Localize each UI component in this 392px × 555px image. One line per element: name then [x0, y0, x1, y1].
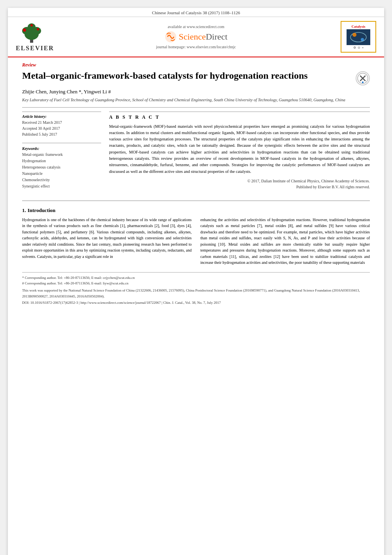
svg-point-6: [30, 24, 33, 27]
section1-number: 1.: [22, 207, 26, 213]
svg-point-14: [362, 81, 364, 83]
svg-point-7: [37, 28, 39, 30]
available-text: available at www.sciencedirect.com: [168, 25, 224, 29]
footnote-doi: DOI: 10.1016/S1872-2067(17)62852-3 | htt…: [22, 300, 370, 305]
keyword-2: Hydrogenation: [22, 158, 101, 164]
elsevier-logo: ELSEVIER: [16, 22, 59, 52]
body-divider: [22, 201, 370, 201]
article-info: Article history: Received 21 March 2017 …: [22, 112, 101, 195]
sciencedirect-text: ScienceDirect: [179, 32, 227, 42]
body-col-2: enhancing the activities and selectiviti…: [200, 217, 370, 266]
svg-rect-9: [347, 29, 370, 45]
body-columns: Hydrogenation is one of the backbones of…: [22, 217, 370, 266]
crossmark-badge: [356, 71, 370, 85]
published-date: Published 5 July 2017: [22, 131, 101, 137]
title-row: Metal–organic-framework-based catalysts …: [22, 70, 370, 85]
copyright-line2: Published by Elsevier B.V. All rights re…: [296, 185, 370, 189]
accepted-date: Accepted 30 April 2017: [22, 125, 101, 131]
abstract-section: A B S T R A C T Metal-organic-framework …: [109, 112, 370, 195]
keywords-label: Keywords:: [22, 146, 101, 151]
catalysis-badge-title: Catalysis: [351, 25, 365, 28]
abstract-title: A B S T R A C T: [109, 114, 370, 120]
keywords-section: Keywords: Metal-organic framework Hydrog…: [22, 146, 101, 189]
article-content: Review Metal–organic-framework-based cat…: [8, 57, 384, 314]
section1-title: Introduction: [28, 207, 56, 213]
body-col1-text: Hydrogenation is one of the backbones of…: [22, 217, 192, 260]
keyword-6: Synergistic effect: [22, 183, 101, 189]
article-section-type: Review: [22, 62, 370, 68]
catalysis-image: [347, 29, 370, 45]
sciencedirect-icon: [164, 30, 177, 43]
banner-right: Catalysis ⚙⊙≡: [333, 21, 376, 53]
article-history: Article history: Received 21 March 2017 …: [22, 114, 101, 137]
received-date: Received 21 March 2017: [22, 119, 101, 125]
section1-heading-row: 1. Introduction: [22, 206, 370, 214]
keyword-3: Heterogeneous catalysis: [22, 164, 101, 170]
homepage-text: journal homepage: www.elsevier.com/locat…: [156, 45, 236, 49]
svg-point-12: [361, 38, 364, 41]
banner: ELSEVIER available at www.sciencedirect.…: [8, 17, 384, 57]
divider-info: [22, 143, 101, 143]
crossmark-icon: [357, 73, 368, 84]
keyword-1: Metal-organic framework: [22, 152, 101, 158]
article-columns: Article history: Received 21 March 2017 …: [22, 112, 370, 195]
elsevier-text: ELSEVIER: [16, 45, 54, 52]
page: Chinese Journal of Catalysis 38 (2017) 1…: [8, 8, 384, 555]
journal-header: Chinese Journal of Catalysis 38 (2017) 1…: [8, 8, 384, 17]
banner-center: available at www.sciencedirect.com Scien…: [59, 25, 333, 49]
keyword-5: Chemoselectivity: [22, 177, 101, 183]
catalysis-badge: Catalysis ⚙⊙≡: [341, 21, 376, 53]
svg-point-5: [23, 28, 26, 32]
footer-notes: * Corresponding author. Tel: +86-20-8711…: [22, 272, 370, 306]
affiliation: Key Laboratory of Fuel Cell Technology o…: [22, 97, 370, 103]
footnote-corresponding1: * Corresponding author. Tel: +86-20-8711…: [22, 275, 370, 280]
divider-1: [22, 107, 370, 108]
sciencedirect-logo: ScienceDirect: [164, 30, 227, 43]
history-label: Article history:: [22, 114, 101, 119]
journal-title: Chinese Journal of Catalysis 38 (2017) 1…: [152, 10, 240, 15]
body-col2-text: enhancing the activities and selectiviti…: [200, 217, 370, 266]
abstract-text: Metal-organic-framework (MOF)-based mate…: [109, 123, 370, 175]
footnote-funding: This work was supported by the National …: [22, 288, 370, 299]
article-title: Metal–organic-framework-based catalysts …: [22, 70, 352, 81]
authors: Zhijie Chen, Junying Chen *, Yingwei Li …: [22, 89, 370, 95]
keyword-4: Nanoparticle: [22, 170, 101, 177]
svg-point-11: [352, 33, 356, 37]
elsevier-tree-icon: [16, 22, 47, 44]
elsevier-logo-area: ELSEVIER: [16, 22, 59, 52]
footnote-corresponding2: # Corresponding author. Tel: +86-20-8711…: [22, 280, 370, 286]
body-col-1: Hydrogenation is one of the backbones of…: [22, 217, 192, 266]
copyright-line1: © 2017, Dalian Institute of Chemical Phy…: [247, 179, 370, 183]
catalysis-icons: ⚙⊙≡: [353, 46, 364, 49]
copyright-text: © 2017, Dalian Institute of Chemical Phy…: [109, 178, 370, 190]
